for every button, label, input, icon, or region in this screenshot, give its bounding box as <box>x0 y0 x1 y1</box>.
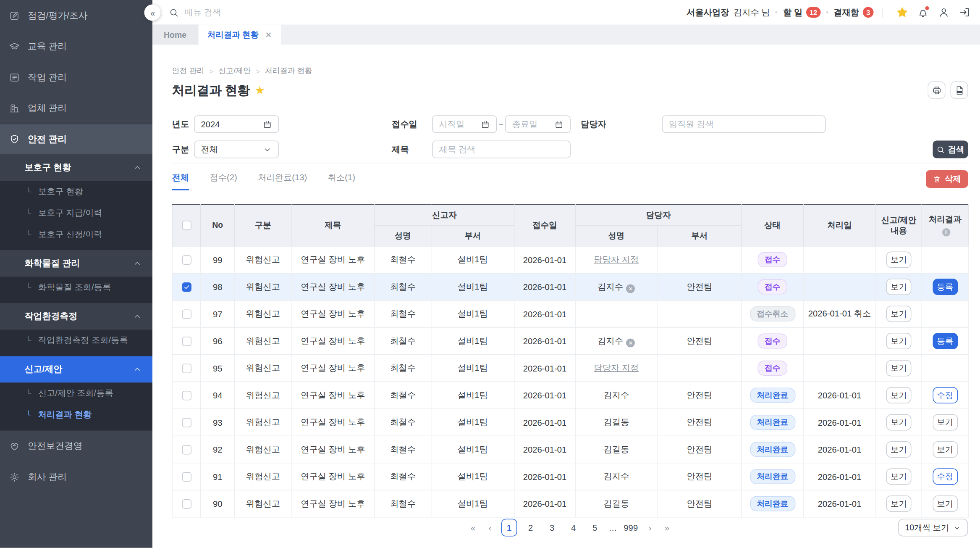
sidebar-item[interactable]: 안전보건경영 <box>0 431 152 462</box>
view-content-button[interactable]: 보기 <box>886 306 912 322</box>
sidebar-item[interactable]: 안전 관리 <box>0 124 152 155</box>
sidebar-section[interactable]: 작업환경측정 <box>0 303 152 330</box>
view-result-button[interactable]: 보기 <box>933 495 958 512</box>
view-content-button[interactable]: 보기 <box>886 414 912 431</box>
sidebar-section[interactable]: 신고/제안 <box>0 356 152 383</box>
favorite-star-icon[interactable] <box>896 6 909 18</box>
favorite-page-star-icon[interactable]: ★ <box>255 83 265 97</box>
view-content-button[interactable]: 보기 <box>886 387 912 403</box>
topbar-divider <box>883 7 883 17</box>
result-tab[interactable]: 처리완료(13) <box>258 172 307 190</box>
approval-count-badge[interactable]: 3 <box>863 7 874 18</box>
todo-count-badge[interactable]: 12 <box>806 7 820 18</box>
view-content-button[interactable]: 보기 <box>886 252 912 268</box>
print-button[interactable] <box>928 82 946 99</box>
sidebar-subitem[interactable]: └작업환경측정 조회/등록 <box>0 330 152 351</box>
approval-label[interactable]: 결재함 <box>833 7 859 18</box>
result-tab[interactable]: 접수(2) <box>210 172 237 190</box>
prev-page-button[interactable]: ‹ <box>485 523 496 533</box>
result-tab[interactable]: 취소(1) <box>328 172 355 190</box>
view-content-button[interactable]: 보기 <box>886 495 912 512</box>
result-tab[interactable]: 전체 <box>172 172 189 191</box>
view-result-button[interactable]: 보기 <box>933 414 958 431</box>
calendar-icon[interactable] <box>481 119 490 129</box>
manager-label: 담당자 <box>581 119 662 130</box>
sidebar-item[interactable]: 업체 관리 <box>0 93 152 124</box>
end-date-input[interactable]: 종료일 <box>505 116 571 133</box>
assign-manager-link[interactable]: 담당자 지정 <box>594 255 639 264</box>
year-input[interactable]: 2024 <box>194 116 279 133</box>
sidebar-collapse-button[interactable]: « <box>144 5 161 21</box>
todo-label[interactable]: 할 일 <box>783 7 802 18</box>
calendar-icon[interactable] <box>554 119 564 129</box>
select-all-checkbox[interactable] <box>182 221 191 230</box>
manager-search-input[interactable]: 임직원 검색 <box>662 116 826 133</box>
page-button[interactable]: 5 <box>587 519 603 537</box>
register-result-button[interactable]: 등록 <box>933 333 958 349</box>
sidebar-subitem-label: 보호구 현황 <box>38 186 83 198</box>
sidebar-subitem[interactable]: └보호구 지급/이력 <box>0 203 152 224</box>
sidebar-section[interactable]: 보호구 현황 <box>0 155 152 181</box>
row-checkbox[interactable] <box>182 255 191 265</box>
row-checkbox[interactable] <box>182 499 191 508</box>
window-tab[interactable]: Home <box>152 25 199 45</box>
sidebar-section[interactable]: 화학물질 관리 <box>0 250 152 277</box>
info-icon[interactable]: i <box>942 228 950 237</box>
last-page-button[interactable]: » <box>661 523 673 533</box>
breadcrumb-item[interactable]: 신고/제안 <box>218 66 251 76</box>
view-content-button[interactable]: 보기 <box>886 441 912 458</box>
window-tab[interactable]: 처리결과 현황✕ <box>199 25 281 45</box>
row-checkbox[interactable] <box>182 282 191 292</box>
sidebar-item[interactable]: 교육 관리 <box>0 31 152 62</box>
notification-bell-icon[interactable] <box>917 6 929 18</box>
start-date-input[interactable]: 시작일 <box>432 116 497 133</box>
page-button[interactable]: 3 <box>544 519 560 537</box>
sidebar-item[interactable]: 작업 관리 <box>0 62 152 93</box>
view-content-button[interactable]: 보기 <box>886 360 912 377</box>
page-size-select[interactable]: 10개씩 보기 <box>898 519 968 537</box>
page-button[interactable]: 4 <box>566 519 582 537</box>
page-button[interactable]: 1 <box>501 519 517 537</box>
edit-result-button[interactable]: 수정 <box>933 469 958 485</box>
assign-manager-link[interactable]: 담당자 지정 <box>594 363 639 373</box>
sidebar-item[interactable]: 회사 관리 <box>0 461 152 493</box>
row-checkbox[interactable] <box>182 445 191 454</box>
sidebar-subitem[interactable]: └보호구 신청/이력 <box>0 224 152 245</box>
type-select[interactable]: 전체 <box>194 141 279 158</box>
row-checkbox[interactable] <box>182 364 191 373</box>
sidebar-subitem[interactable]: └처리결과 현황 <box>0 404 152 426</box>
logout-icon[interactable] <box>959 6 971 18</box>
remove-manager-icon[interactable]: ✕ <box>626 284 635 293</box>
sidebar-subitem[interactable]: └보호구 현황 <box>0 181 152 203</box>
close-tab-icon[interactable]: ✕ <box>265 30 272 40</box>
cell-title: 연구실 장비 노후 <box>291 300 375 328</box>
register-result-button[interactable]: 등록 <box>933 279 958 295</box>
remove-manager-icon[interactable]: ✕ <box>626 338 635 347</box>
next-page-button[interactable]: › <box>645 523 656 533</box>
row-checkbox[interactable] <box>182 309 191 319</box>
excel-export-button[interactable]: xlsx <box>951 82 968 99</box>
breadcrumb-item[interactable]: 안전 관리 <box>172 66 204 76</box>
breadcrumb-item[interactable]: 처리결과 현황 <box>265 66 312 76</box>
search-button[interactable]: 검색 <box>933 141 968 158</box>
page-button[interactable]: 2 <box>523 519 539 537</box>
view-content-button[interactable]: 보기 <box>886 279 912 295</box>
first-page-button[interactable]: « <box>467 523 479 533</box>
row-checkbox[interactable] <box>182 336 191 346</box>
sidebar-subitem[interactable]: └화학물질 조회/등록 <box>0 277 152 298</box>
row-checkbox[interactable] <box>182 418 191 427</box>
view-content-button[interactable]: 보기 <box>886 333 912 349</box>
row-checkbox[interactable] <box>182 390 191 400</box>
sidebar-subitem[interactable]: └신고/제안 조회/등록 <box>0 383 152 404</box>
title-search-input[interactable]: 제목 검색 <box>432 141 571 158</box>
row-checkbox[interactable] <box>182 472 191 482</box>
profile-icon[interactable] <box>938 6 950 18</box>
delete-button[interactable]: 삭제 <box>926 170 968 188</box>
sidebar-item[interactable]: 점검/평가/조사 <box>0 0 152 31</box>
view-result-button[interactable]: 보기 <box>933 441 958 458</box>
view-content-button[interactable]: 보기 <box>886 469 912 485</box>
page-button[interactable]: 999 <box>623 519 639 537</box>
menu-search[interactable]: 메뉴 검색 <box>169 7 221 18</box>
calendar-icon[interactable] <box>263 119 273 129</box>
edit-result-button[interactable]: 수정 <box>933 387 958 403</box>
